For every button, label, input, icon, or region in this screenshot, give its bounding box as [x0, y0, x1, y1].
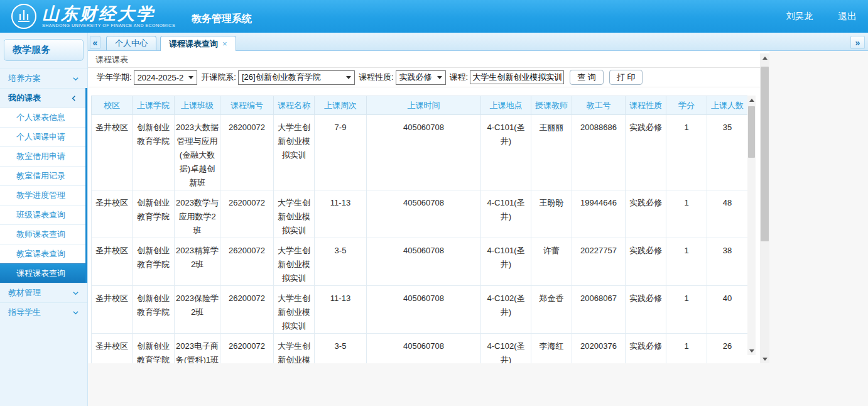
cell-teacher: 许蕾 — [531, 238, 572, 286]
cell-weeks: 3-5 — [315, 238, 367, 286]
cell-teacher: 郑金香 — [531, 286, 572, 334]
table-scrollbar[interactable] — [747, 96, 756, 355]
sidebar-item-course-timetable-query[interactable]: 课程课表查询 — [0, 263, 85, 283]
table-row[interactable]: 圣井校区 创新创业教育学院 2023数学与应用数学2班 26200072 大学生… — [92, 190, 748, 238]
cell-location: 4-C102(圣井) — [481, 334, 531, 364]
university-name-block: 山东财经大学 SHANDONG UNIVERSITY OF FINANCE AN… — [42, 5, 175, 28]
cell-staff-no: 20200376 — [572, 334, 626, 364]
cell-weeks: 11-13 — [315, 190, 367, 238]
scroll-up-icon[interactable] — [747, 96, 756, 104]
scroll-down-icon[interactable] — [760, 354, 769, 363]
cell-course-no: 26200072 — [220, 190, 274, 238]
cell-course-no: 26200072 — [220, 115, 274, 190]
col-nature: 课程性质 — [626, 96, 666, 115]
query-button[interactable]: 查 询 — [570, 70, 604, 85]
cell-students: 38 — [707, 238, 748, 286]
table-row[interactable]: 圣井校区 创新创业教育学院 2023电子商务(管科)1班 26200072 大学… — [92, 334, 748, 364]
sidebar-item-reschedule-request[interactable]: 个人调课申请 — [0, 127, 85, 146]
university-name-en: SHANDONG UNIVERSITY OF FINANCE AND ECONO… — [42, 23, 175, 28]
print-button[interactable]: 打 印 — [609, 70, 643, 85]
cell-teacher: 王丽丽 — [531, 115, 572, 190]
scroll-down-icon[interactable] — [747, 346, 756, 355]
chevron-down-icon — [72, 309, 79, 316]
nature-select[interactable]: 实践必修 — [396, 70, 446, 85]
scrollbar-thumb[interactable] — [748, 106, 755, 158]
cell-class: 2023保险学2班 — [175, 286, 220, 334]
cell-staff-no: 20068067 — [572, 286, 626, 334]
col-college: 上课学院 — [133, 96, 175, 115]
cell-college: 创新创业教育学院 — [133, 238, 175, 286]
tab-bar: « 个人中心 课程课表查询 × » — [88, 33, 868, 51]
scrollbar-track[interactable] — [760, 62, 769, 354]
department-select[interactable]: [26]创新创业教育学院 — [238, 70, 355, 85]
course-timetable-panel: 课程课表 学年学期: 2024-2025-2 开课院系: [26]创新创业教育学… — [88, 51, 769, 363]
nature-label: 课程性质: — [359, 72, 394, 83]
cell-class: 2023电子商务(管科)1班 — [175, 334, 220, 364]
col-weeks: 上课周次 — [315, 96, 367, 115]
table-row[interactable]: 圣井校区 创新创业教育学院 2023精算学2班 26200072 大学生创新创业… — [92, 238, 748, 286]
sidebar-item-teacher-timetable-query[interactable]: 教师课表查询 — [0, 224, 85, 244]
sidebar-group-peiyangfangan[interactable]: 培养方案 — [0, 69, 87, 88]
cell-time: 405060708 — [367, 190, 481, 238]
system-title: 教务管理系统 — [192, 13, 252, 26]
sidebar-group-jiaocaiguanli[interactable]: 教材管理 — [0, 283, 87, 302]
cell-location: 4-C102(圣井) — [481, 286, 531, 334]
content-area: 课程课表 学年学期: 2024-2025-2 开课院系: [26]创新创业教育学… — [88, 51, 868, 406]
sidebar-item-classroom-borrow-request[interactable]: 教室借用申请 — [0, 146, 85, 166]
cell-college: 创新创业教育学院 — [133, 190, 175, 238]
scroll-up-icon[interactable] — [760, 53, 769, 62]
cell-campus: 圣井校区 — [92, 190, 133, 238]
sidebar: 教学服务 培养方案 我的课表 个人课表信息 个人调课申请 教室借用申请 教室借用… — [0, 33, 88, 406]
page-scrollbar[interactable] — [760, 53, 769, 363]
cell-course-no: 26200072 — [220, 238, 274, 286]
sidebar-group-label: 教材管理 — [8, 287, 41, 299]
chevron-down-icon — [72, 290, 79, 297]
tab-label: 课程课表查询 — [169, 38, 218, 50]
cell-students: 26 — [707, 334, 748, 364]
tabs-scroll-right-button[interactable]: » — [850, 36, 865, 49]
cell-class: 2023精算学2班 — [175, 238, 220, 286]
sidebar-item-personal-timetable[interactable]: 个人课表信息 — [0, 107, 85, 127]
tabs-scroll-left-button[interactable]: « — [90, 36, 100, 49]
sidebar-item-teaching-progress[interactable]: 教学进度管理 — [0, 185, 85, 205]
logout-button[interactable]: 退出 — [838, 11, 857, 23]
col-staff-no: 教工号 — [572, 96, 626, 115]
sidebar-group-zhidaoxuesheng[interactable]: 指导学生 — [0, 302, 87, 322]
cell-location: 4-C101(圣井) — [481, 190, 531, 238]
tab-course-timetable-query[interactable]: 课程课表查询 × — [160, 36, 236, 51]
term-select-value: 2024-2025-2 — [138, 73, 184, 82]
col-location: 上课地点 — [481, 96, 531, 115]
col-course-no: 课程编号 — [220, 96, 274, 115]
term-label: 学年学期: — [97, 72, 132, 83]
cell-location: 4-C101(圣井) — [481, 238, 531, 286]
sidebar-item-classroom-borrow-records[interactable]: 教室借用记录 — [0, 166, 85, 185]
cell-staff-no: 20088686 — [572, 115, 626, 190]
select-arrow-icon — [346, 76, 351, 79]
scrollbar-track[interactable] — [747, 104, 756, 346]
cell-students: 35 — [707, 115, 748, 190]
tab-close-icon[interactable]: × — [222, 39, 227, 48]
sidebar-item-classroom-timetable-query[interactable]: 教室课表查询 — [0, 244, 85, 263]
tab-personal-center[interactable]: 个人中心 — [106, 36, 156, 50]
col-class: 上课班级 — [175, 96, 220, 115]
university-name-cn: 山东财经大学 — [42, 5, 175, 23]
course-input[interactable] — [470, 70, 564, 84]
course-label: 课程: — [450, 72, 469, 83]
chevron-left-icon — [70, 95, 77, 102]
cell-course-no: 26200072 — [220, 334, 274, 364]
cell-college: 创新创业教育学院 — [133, 115, 175, 190]
scrollbar-thumb[interactable] — [761, 67, 769, 241]
cell-nature: 实践必修 — [626, 115, 666, 190]
panel-title: 课程课表 — [88, 51, 769, 68]
cell-credit: 1 — [666, 238, 707, 286]
sidebar-group-wodekebiao[interactable]: 我的课表 — [0, 88, 85, 107]
sidebar-group-label: 指导学生 — [8, 307, 41, 318]
cell-students: 40 — [707, 286, 748, 334]
table-row[interactable]: 圣井校区 创新创业教育学院 2023保险学2班 26200072 大学生创新创业… — [92, 286, 748, 334]
cell-credit: 1 — [666, 286, 707, 334]
table-row[interactable]: 圣井校区 创新创业教育学院 2023大数据管理与应用(金融大数据)卓越创新班 2… — [92, 115, 748, 190]
current-username[interactable]: 刘昊龙 — [786, 11, 813, 22]
term-select[interactable]: 2024-2025-2 — [134, 70, 198, 85]
sidebar-item-class-timetable-query[interactable]: 班级课表查询 — [0, 205, 85, 224]
timetable-table: 校区 上课学院 上课班级 课程编号 课程名称 上课周次 上课时间 上课地点 授课… — [91, 96, 747, 363]
